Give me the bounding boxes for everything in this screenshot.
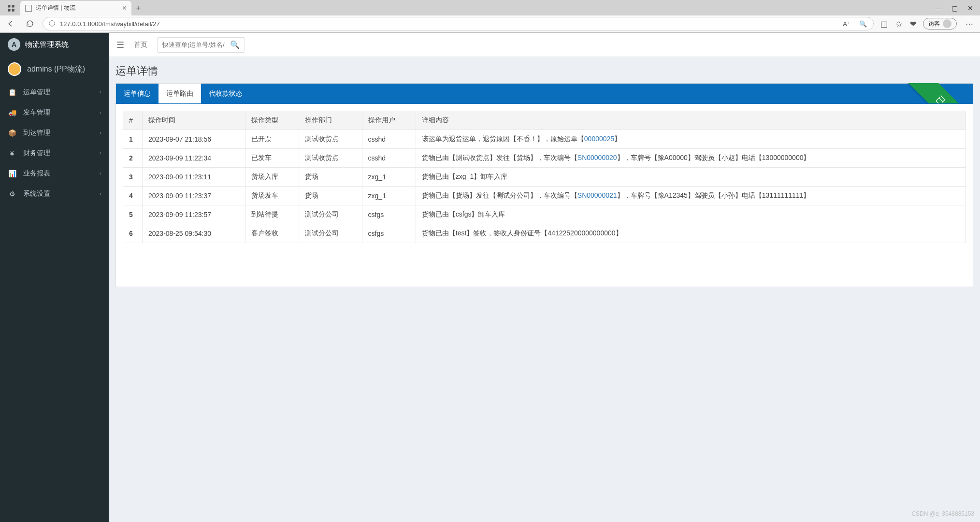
guest-avatar-icon [943,19,951,28]
detail-link[interactable]: 00000025 [584,135,614,143]
sidebar-item-label: 业务报表 [23,169,50,178]
read-aloud-icon[interactable]: A⁺ [842,19,851,28]
table-cell: 货场入库 [245,168,299,187]
app-root: A 物流管理系统 admins (PP物流) 📋 运单管理 › 🚚 发车管理 ›… [0,33,980,522]
home-link[interactable]: 首页 [134,41,147,49]
watermark: CSDN @q_3548885153 [911,510,974,517]
sidebar-logo[interactable]: A 物流管理系统 [0,33,109,56]
collections-icon[interactable]: ❤ [908,19,917,28]
table-cell: 4 [123,187,143,205]
table-row: 42023-09-09 11:23:37货场发车货场zxg_1货物已由【货场】发… [123,187,966,205]
table-cell: 3 [123,168,143,187]
table-cell-detail: 货物已由【test】签收，签收人身份证号【441225200000000000】 [416,224,966,243]
sidebar-item-settings[interactable]: ⚙ 系统设置 › [0,184,109,204]
sidebar-item-finance[interactable]: ¥ 财务管理 › [0,143,109,163]
sidebar-item-waybill[interactable]: 📋 运单管理 › [0,82,109,102]
browser-tab-strip: 运单详情 | 物流 × + — ▢ ✕ [0,0,980,15]
window-minimize-button[interactable]: — [935,4,942,12]
table-cell: 客户签收 [245,224,299,243]
table-cell: csshd [362,149,416,168]
sidebar-toggle-button[interactable]: ☰ [116,40,124,50]
table-cell: 2023-09-09 11:23:37 [143,187,245,205]
tab-title: 运单详情 | 物流 [36,4,75,12]
guest-label: 访客 [928,20,940,28]
new-tab-button[interactable]: + [131,2,145,15]
window-controls: — ▢ ✕ [935,1,980,15]
clipboard-icon: 📋 [8,88,16,96]
nav-back-button[interactable] [4,17,17,30]
chevron-left-icon: › [100,191,101,197]
col-time: 操作时间 [143,111,245,130]
sidebar-item-label: 系统设置 [23,189,50,198]
sidebar-item-arrival[interactable]: 📦 到达管理 › [0,123,109,143]
yen-icon: ¥ [8,149,16,157]
table-row: 52023-09-09 11:23:57到站待提测试分公司csfgs货物已由【c… [123,205,966,224]
url-text: 127.0.0.1:8000/tms/waybill/detail/27 [60,20,837,28]
tab-bar: 运单信息 运单路由 代收款状态 已签收 [115,83,973,103]
route-table: # 操作时间 操作类型 操作部门 操作用户 详细内容 12023-09-07 2… [123,111,966,243]
sidebar-user-panel[interactable]: admins (PP物流) [0,56,109,82]
logo-badge: A [8,38,20,51]
tab-overview-button[interactable] [2,1,20,15]
table-cell-detail: 货物已由【货场】发往【测试分公司】，车次编号【SN00000021】，车牌号【豫… [416,187,966,205]
package-icon: 📦 [8,129,16,137]
table-cell-detail: 货物已由【csfgs】卸车入库 [416,205,966,224]
app-name: 物流管理系统 [25,40,69,49]
browser-tab-active[interactable]: 运单详情 | 物流 × [20,1,131,15]
sidebar: A 物流管理系统 admins (PP物流) 📋 运单管理 › 🚚 发车管理 ›… [0,33,109,522]
window-maximize-button[interactable]: ▢ [951,4,958,12]
url-bar[interactable]: ⓘ 127.0.0.1:8000/tms/waybill/detail/27 A… [43,17,874,30]
svg-rect-3 [12,9,14,11]
detail-link[interactable]: SN00000021 [577,191,617,199]
table-row: 32023-09-09 11:23:11货场入库货场zxg_1货物已由【zxg_… [123,168,966,187]
table-cell: csfgs [362,205,416,224]
table-row: 12023-09-07 21:18:56已开票测试收货点csshd该运单为退货运… [123,130,966,149]
table-cell: 已开票 [245,130,299,149]
zoom-icon[interactable]: 🔍 [859,19,867,28]
table-row: 62023-08-25 09:54:30客户签收测试分公司csfgs货物已由【t… [123,224,966,243]
tab-cod-status[interactable]: 代收款状态 [201,84,250,104]
quick-search: 🔍 [157,37,245,53]
tab-waybill-route[interactable]: 运单路由 [159,84,201,104]
split-screen-icon[interactable]: ◫ [879,19,888,28]
window-close-button[interactable]: ✕ [967,4,973,12]
table-cell: 测试收货点 [299,130,362,149]
table-cell: 2023-09-09 11:23:11 [143,168,245,187]
table-cell: 2023-08-25 09:54:30 [143,224,245,243]
tab-close-button[interactable]: × [122,4,127,13]
favorites-icon[interactable]: ✩ [894,19,903,28]
chart-icon: 📊 [8,170,16,177]
chevron-left-icon: › [100,110,101,116]
search-icon[interactable]: 🔍 [230,40,240,49]
detail-link[interactable]: SN00000020 [577,154,617,161]
sidebar-item-reports[interactable]: 📊 业务报表 › [0,163,109,184]
col-dept: 操作部门 [299,111,362,130]
chevron-left-icon: › [100,171,101,176]
table-cell-detail: 货物已由【测试收货点】发往【货场】，车次编号【SN00000020】，车牌号【豫… [416,149,966,168]
col-detail: 详细内容 [416,111,966,130]
profile-guest-chip[interactable]: 访客 [923,18,957,29]
site-info-icon[interactable]: ⓘ [49,19,55,28]
search-input[interactable] [162,41,225,48]
table-cell: 2023-09-09 11:22:34 [143,149,245,168]
table-cell: 测试收货点 [299,149,362,168]
page-title: 运单详情 [109,57,980,83]
topbar: ☰ 首页 🔍 [109,33,980,57]
nav-refresh-button[interactable] [23,17,37,30]
table-cell-detail: 该运单为退货运单，退货原因【不香！】，原始运单【00000025】 [416,130,966,149]
panel-body: # 操作时间 操作类型 操作部门 操作用户 详细内容 12023-09-07 2… [115,103,973,287]
table-cell: 已发车 [245,149,299,168]
sidebar-item-dispatch[interactable]: 🚚 发车管理 › [0,102,109,123]
svg-rect-2 [8,9,10,11]
col-index: # [123,111,143,130]
col-type: 操作类型 [245,111,299,130]
browser-menu-button[interactable]: ⋯ [963,19,976,29]
table-cell: 到站待提 [245,205,299,224]
table-cell: 1 [123,130,143,149]
table-cell: 测试分公司 [299,205,362,224]
user-avatar-icon [8,62,21,76]
browser-nav-bar: ⓘ 127.0.0.1:8000/tms/waybill/detail/27 A… [0,15,980,32]
table-cell: 测试分公司 [299,224,362,243]
browser-chrome: 运单详情 | 物流 × + — ▢ ✕ ⓘ 127.0.0.1:8000/tms… [0,0,980,33]
tab-waybill-info[interactable]: 运单信息 [116,84,159,104]
